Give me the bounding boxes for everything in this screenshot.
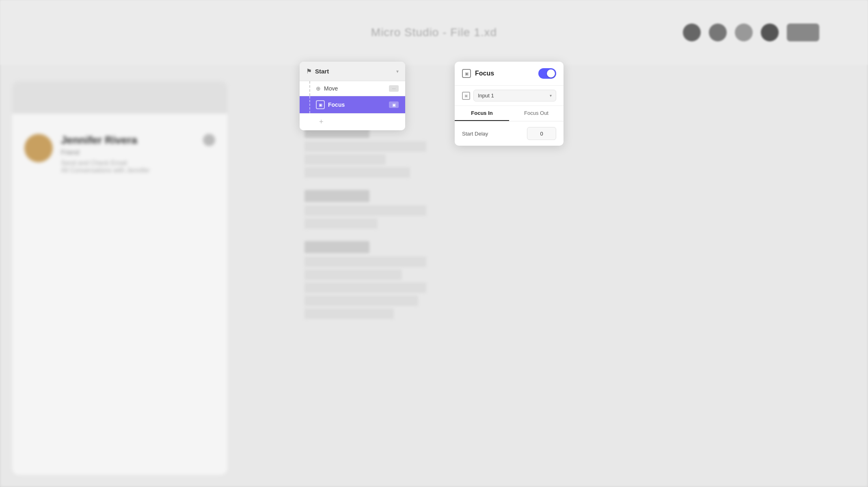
share-button[interactable] — [787, 24, 819, 41]
focus-panel-title: Focus — [475, 70, 538, 77]
bg-row-group-1 — [304, 126, 459, 178]
seq-item-move-badge: ··· — [389, 85, 399, 92]
tab-focus-out[interactable]: Focus Out — [509, 106, 564, 121]
seq-add-row: + — [300, 114, 405, 130]
seq-item-move-label: Move — [324, 85, 389, 92]
sequence-item-move[interactable]: ⊕ Move ··· — [300, 81, 405, 96]
contact-email: Send and Check Email — [61, 159, 195, 167]
avatar — [24, 134, 53, 162]
sequence-item-focus[interactable]: ▣ Focus ▣ — [300, 96, 405, 114]
app-title: Micro Studio - File 1.xd — [371, 26, 497, 39]
left-panel: Jennifer Rivera Friend Send and Check Em… — [12, 81, 227, 475]
top-bar: Micro Studio - File 1.xd — [0, 0, 868, 65]
bg-row-item-8 — [304, 282, 426, 293]
bg-row-item-10 — [304, 308, 394, 319]
bg-row-item-9 — [304, 295, 418, 306]
contact-name: Jennifer Rivera — [61, 134, 195, 147]
bg-row-header-3 — [304, 241, 369, 253]
contact-action-icon[interactable] — [203, 134, 215, 146]
contact-row: Jennifer Rivera Friend Send and Check Em… — [24, 126, 215, 182]
input-dropdown-chevron-icon: ▾ — [550, 93, 552, 98]
toggle-knob — [547, 69, 555, 78]
flag-icon: ⚑ — [306, 67, 312, 75]
seq-focus-indent-line — [309, 96, 310, 113]
bg-row-item-2 — [304, 154, 386, 165]
input-dropdown[interactable]: Input 1 ▾ — [473, 90, 556, 101]
focus-toggle[interactable] — [538, 68, 556, 79]
start-delay-label: Start Delay — [462, 131, 527, 137]
seq-item-focus-badge: ▣ — [389, 101, 399, 108]
start-delay-input[interactable]: 0 — [527, 127, 556, 140]
focus-box-icon: ▣ — [316, 100, 325, 109]
focus-header-box-icon: ▣ — [462, 69, 471, 78]
start-delay-row: Start Delay 0 — [455, 121, 564, 146]
user-icon-2 — [709, 24, 727, 41]
bg-row-group-2 — [304, 190, 459, 229]
user-icon-4 — [761, 24, 779, 41]
sequence-panel: ⚑ Start ▾ ⊕ Move ··· ▣ Focus ▣ + — [300, 62, 405, 130]
seq-item-focus-label: Focus — [328, 101, 389, 108]
bg-row-item-3 — [304, 167, 410, 178]
left-panel-content: Jennifer Rivera Friend Send and Check Em… — [12, 114, 227, 194]
seq-header-chevron-icon: ▾ — [396, 69, 399, 74]
user-icon-1 — [683, 24, 701, 41]
background-rows — [304, 126, 459, 331]
move-icon: ⊕ — [316, 85, 321, 92]
seq-header-title: Start — [315, 68, 396, 75]
focus-panel: ▣ Focus ▣ Input 1 ▾ Focus In Focus Out S… — [455, 62, 564, 146]
focus-header: ▣ Focus — [455, 62, 564, 86]
input-dropdown-row: ▣ Input 1 ▾ — [455, 86, 564, 106]
bg-row-item-6 — [304, 256, 426, 267]
focus-tabs: Focus In Focus Out — [455, 106, 564, 121]
contact-info: Jennifer Rivera Friend Send and Check Em… — [61, 134, 195, 174]
bg-row-item-4 — [304, 205, 426, 216]
input-icon: ▣ — [462, 92, 470, 100]
seq-header: ⚑ Start ▾ — [300, 62, 405, 81]
left-panel-header — [12, 81, 227, 114]
seq-indent-line — [309, 81, 310, 96]
input-dropdown-label: Input 1 — [478, 93, 494, 99]
tab-focus-in[interactable]: Focus In — [455, 106, 509, 121]
contact-label: Friend — [61, 149, 195, 156]
seq-add-button[interactable]: + — [319, 118, 324, 126]
bg-row-item-5 — [304, 218, 378, 229]
contact-phone: All Conversations with Jennifer — [61, 167, 195, 174]
bg-row-item-7 — [304, 269, 402, 280]
top-bar-icons — [683, 24, 819, 41]
bg-row-header-2 — [304, 190, 369, 202]
bg-row-item-1 — [304, 141, 426, 152]
user-icon-3 — [735, 24, 753, 41]
bg-row-group-3 — [304, 241, 459, 319]
